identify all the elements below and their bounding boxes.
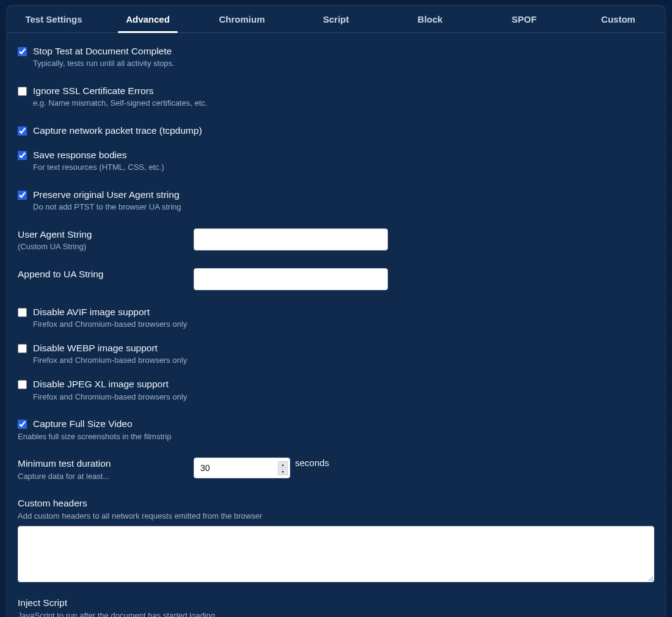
ignore-ssl-label: Ignore SSL Certificate Errors [33, 85, 207, 97]
disable-jxl-label: Disable JPEG XL image support [33, 378, 187, 390]
stop-doc-complete-hint: Typically, tests run until all activity … [33, 59, 175, 69]
custom-headers-input[interactable] [18, 526, 654, 582]
disable-webp-hint: Firefox and Chromium-based browsers only [33, 356, 187, 366]
disable-jxl-checkbox[interactable] [18, 380, 27, 389]
stop-doc-complete-checkbox[interactable] [18, 47, 27, 56]
min-duration-hint: Capture data for at least... [18, 472, 194, 482]
tcpdump-checkbox[interactable] [18, 126, 27, 136]
tab-bar: Test Settings Advanced Chromium Script B… [7, 5, 665, 33]
disable-jxl-hint: Firefox and Chromium-based browsers only [33, 392, 187, 403]
tab-block[interactable]: Block [383, 5, 477, 32]
disable-avif-label: Disable AVIF image support [33, 306, 187, 318]
ignore-ssl-checkbox[interactable] [18, 87, 27, 96]
spinner-up-icon[interactable]: ▲ [278, 461, 288, 468]
min-duration-suffix: seconds [295, 458, 329, 468]
disable-webp-checkbox[interactable] [18, 344, 27, 353]
full-video-label: Capture Full Size Video [33, 418, 171, 430]
disable-avif-hint: Firefox and Chromium-based browsers only [33, 319, 187, 330]
settings-panel: Test Settings Advanced Chromium Script B… [6, 5, 666, 617]
full-video-checkbox[interactable] [18, 420, 27, 429]
min-duration-input[interactable] [194, 458, 290, 478]
tab-advanced[interactable]: Advanced [101, 5, 195, 32]
append-ua-label: Append to UA String [18, 269, 103, 279]
inject-script-label: Inject Script [18, 597, 654, 609]
disable-webp-label: Disable WEBP image support [33, 342, 187, 354]
number-spinner: ▲ ▼ [278, 460, 288, 476]
append-ua-input[interactable] [194, 268, 388, 290]
tab-script[interactable]: Script [289, 5, 383, 32]
tab-chromium[interactable]: Chromium [195, 5, 289, 32]
ua-string-label: User Agent String [18, 229, 92, 239]
advanced-content: Stop Test at Document Complete Typically… [7, 33, 665, 617]
tcpdump-label: Capture network packet trace (tcpdump) [33, 125, 202, 137]
tab-test-settings[interactable]: Test Settings [7, 5, 101, 32]
full-video-hint: Enables full size screenshots in the fil… [18, 432, 171, 442]
preserve-ua-label: Preserve original User Agent string [33, 189, 181, 201]
inject-script-hint: JavaScript to run after the document has… [18, 611, 654, 617]
save-bodies-hint: For text resources (HTML, CSS, etc.) [33, 162, 164, 173]
tab-spof[interactable]: SPOF [477, 5, 571, 32]
custom-headers-label: Custom headers [18, 497, 654, 509]
stop-doc-complete-label: Stop Test at Document Complete [33, 45, 175, 57]
save-bodies-checkbox[interactable] [18, 151, 27, 160]
tab-custom[interactable]: Custom [571, 5, 665, 32]
ignore-ssl-hint: e.g. Name mismatch, Self-signed certific… [33, 98, 207, 109]
ua-string-input[interactable] [194, 228, 388, 250]
spinner-down-icon[interactable]: ▼ [278, 469, 288, 475]
ua-string-hint: (Custom UA String) [18, 242, 194, 252]
min-duration-label: Minimum test duration [18, 458, 111, 469]
preserve-ua-checkbox[interactable] [18, 191, 27, 200]
custom-headers-hint: Add custom headers to all network reques… [18, 511, 654, 522]
save-bodies-label: Save response bodies [33, 149, 164, 161]
preserve-ua-hint: Do not add PTST to the browser UA string [33, 202, 181, 213]
disable-avif-checkbox[interactable] [18, 308, 27, 317]
